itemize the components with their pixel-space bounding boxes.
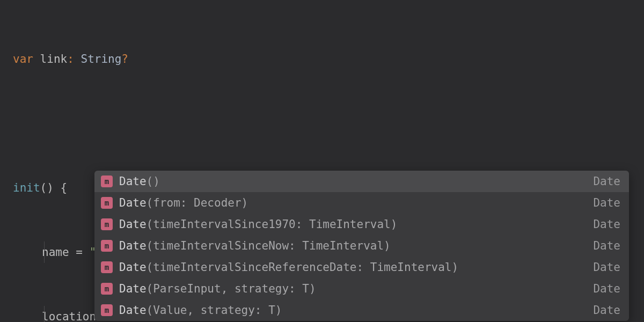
- autocomplete-label: Date(Value, strategy: T): [119, 299, 587, 321]
- autocomplete-label: Date(ParseInput, strategy: T): [119, 278, 587, 299]
- code-line: var link: String?: [0, 48, 644, 70]
- keyword-var: var: [13, 53, 33, 65]
- autocomplete-label: Date(from: Decoder): [119, 192, 587, 214]
- return-type: Date: [593, 278, 620, 299]
- autocomplete-item[interactable]: m Date(timeIntervalSinceNow: TimeInterva…: [94, 235, 629, 257]
- type-name: String: [80, 53, 121, 65]
- method-icon: m: [101, 175, 113, 187]
- return-type: Date: [593, 257, 620, 278]
- return-type: Date: [593, 235, 620, 257]
- method-icon: m: [101, 261, 113, 273]
- parens: (): [40, 181, 54, 194]
- return-type: Date: [593, 299, 620, 321]
- return-type: Date: [593, 214, 620, 235]
- autocomplete-label: Date(timeIntervalSinceNow: TimeInterval): [119, 235, 587, 257]
- indent-guide: [44, 241, 45, 263]
- brace-open: {: [61, 181, 68, 194]
- colon: :: [67, 53, 74, 65]
- autocomplete-label: Date(timeIntervalSince1970: TimeInterval…: [119, 214, 587, 235]
- identifier: location: [42, 310, 96, 322]
- autocomplete-label: Date(timeIntervalSinceReferenceDate: Tim…: [119, 257, 587, 278]
- return-type: Date: [593, 171, 620, 192]
- autocomplete-label: Date(): [119, 171, 587, 192]
- identifier: name: [42, 246, 69, 259]
- optional-mark: ?: [121, 53, 128, 65]
- autocomplete-popup[interactable]: m Date() Date m Date(from: Decoder) Date…: [94, 171, 629, 321]
- method-icon: m: [101, 197, 113, 209]
- method-icon: m: [101, 240, 113, 252]
- autocomplete-item[interactable]: m Date(from: Decoder) Date: [94, 192, 629, 214]
- autocomplete-item[interactable]: m Date(Value, strategy: T) Date: [94, 299, 629, 321]
- function-name: init: [13, 181, 40, 194]
- equals: =: [76, 246, 83, 259]
- autocomplete-item[interactable]: m Date(ParseInput, strategy: T) Date: [94, 278, 629, 299]
- method-icon: m: [101, 218, 113, 230]
- autocomplete-item[interactable]: m Date() Date: [94, 171, 629, 192]
- blank-line: [0, 113, 644, 134]
- indent-guide: [44, 306, 45, 322]
- method-icon: m: [101, 304, 113, 316]
- autocomplete-item[interactable]: m Date(timeIntervalSince1970: TimeInterv…: [94, 214, 629, 235]
- autocomplete-item[interactable]: m Date(timeIntervalSinceReferenceDate: T…: [94, 257, 629, 278]
- return-type: Date: [593, 192, 620, 214]
- identifier: link: [40, 53, 68, 65]
- method-icon: m: [101, 283, 113, 295]
